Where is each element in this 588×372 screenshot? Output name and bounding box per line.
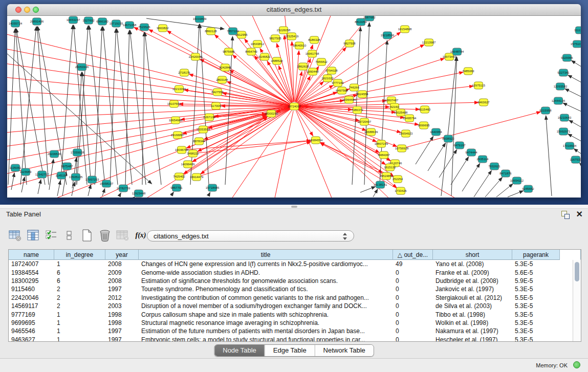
network-node[interactable]: 1640954 [430,128,442,136]
table-row[interactable]: 1938455462009Genome-wide association stu… [9,268,581,276]
network-node[interactable]: 746266 [349,84,360,91]
network-node[interactable]: 9227341 [557,69,570,76]
network-window-titlebar[interactable]: citations_edges.txt [7,4,581,16]
rows-icon[interactable] [62,229,76,242]
network-node[interactable]: 9975487 [61,163,73,170]
network-node[interactable]: 9663822 [157,25,169,32]
network-node[interactable]: 7955812 [315,58,328,65]
zoom-window-icon[interactable] [33,7,39,13]
network-node[interactable]: 20891406 [30,18,44,25]
network-node[interactable]: 6479197 [453,142,466,149]
network-node[interactable]: 2803144 [216,76,228,83]
network-node[interactable]: 12213399 [172,85,186,93]
network-canvas[interactable]: 1872400796638228860128891295523226058982… [7,16,581,198]
network-node[interactable]: 9484067 [378,151,390,159]
network-node[interactable]: 1862615 [297,63,309,70]
new-file-icon[interactable] [80,229,94,242]
network-node[interactable]: 9857791 [170,184,183,191]
network-node[interactable]: 2718176 [178,69,190,76]
network-node[interactable]: 8860128 [205,28,217,35]
network-node[interactable]: 8186328 [308,36,320,43]
column-header-in_degree[interactable]: in_degree [54,250,105,260]
table-mode-icon[interactable] [8,229,23,242]
network-node[interactable]: 10653247 [67,16,80,24]
network-node[interactable]: 6497568 [336,87,348,94]
table-row[interactable]: 977716911998Corpus callosum shape and si… [9,310,581,318]
network-node[interactable]: 8427552 [211,89,224,96]
network-node[interactable]: 9242848 [219,64,231,71]
network-node[interactable]: 6794028 [325,67,338,74]
network-node[interactable]: 7632621 [488,163,500,170]
network-node[interactable]: 1111304 [574,27,581,34]
network-node[interactable]: 12923448 [132,190,146,197]
network-node[interactable]: 252254 [393,176,403,183]
network-node[interactable]: 16543812 [251,40,265,48]
table-row[interactable]: 2242004622012Investigating the contribut… [9,294,581,302]
network-node[interactable]: 20206536 [48,150,61,158]
network-node[interactable]: 8454749 [245,48,257,55]
network-node[interactable]: 1990448 [307,68,319,75]
network-node[interactable]: 16720407 [358,118,372,125]
scrollbar-thumb[interactable] [575,262,579,281]
memory-status-icon[interactable] [573,361,580,368]
network-node[interactable]: 7425402 [173,173,185,180]
network-node[interactable]: 1615132 [384,164,396,171]
network-node[interactable]: 8471876 [499,170,512,177]
network-node[interactable]: 17016504 [563,142,577,149]
network-node[interactable]: 9146821 [258,53,271,60]
table-row[interactable]: 1456911722003Disruption of a novel membe… [9,302,581,310]
network-node[interactable]: 15751074 [571,40,581,48]
table-row[interactable]: 911546021997Tourette syndrome. Phenomeno… [9,285,581,293]
checklist-icon[interactable] [44,229,58,242]
network-node[interactable]: 15718485 [206,184,220,191]
network-node[interactable]: 9777169 [332,79,344,86]
network-node[interactable]: 14055724 [9,20,23,27]
column-header-short[interactable]: short [433,250,512,260]
network-node[interactable]: 7485063 [462,68,474,75]
network-node[interactable]: 14138141 [374,181,387,188]
network-node[interactable]: 13505135 [69,173,83,181]
network-node[interactable]: 10807487 [385,97,399,104]
network-node[interactable]: 16210643 [558,114,572,121]
tab-node-table[interactable]: Node Table [214,345,265,356]
network-node[interactable]: 9474444 [465,149,477,156]
network-node[interactable]: 15654923 [399,130,413,137]
network-node[interactable]: 17359928 [71,149,84,156]
network-node[interactable]: 10154808 [398,26,412,33]
network-node[interactable]: 1733426 [395,187,407,194]
network-node[interactable]: 12975115 [472,82,486,89]
network-node[interactable]: 8215958 [539,107,552,114]
network-node[interactable]: 18640910 [293,42,307,49]
network-node[interactable]: 9827505 [269,35,281,42]
table-row[interactable]: 1872400712008Changes of HCN gene express… [9,260,581,268]
column-header-pagerank[interactable]: pagerank [512,250,560,260]
network-node[interactable]: 1527602 [82,17,95,24]
network-node[interactable]: 8878344 [193,138,205,145]
table-selector-dropdown[interactable]: citations_edges.txt [147,230,354,242]
tab-edge-table[interactable]: Edge Table [265,345,315,356]
network-node[interactable]: 10719155 [110,20,123,27]
network-node[interactable]: 18807249 [375,140,388,147]
table-scrollbar[interactable] [573,260,581,341]
network-node[interactable]: 2087682 [363,16,376,21]
network-node[interactable]: 2935114 [477,156,489,163]
network-node[interactable]: 6966160 [96,18,108,25]
network-node[interactable]: 16958107 [100,180,114,187]
network-node[interactable]: 9329966 [561,54,573,61]
network-node[interactable]: 9245652 [522,185,534,192]
network-node[interactable]: 16914479 [190,173,204,181]
table-row[interactable]: 946554611997Estimation of the future num… [9,327,581,335]
trash-icon[interactable] [98,229,112,242]
network-node[interactable]: 9875685 [223,48,235,55]
network-node[interactable]: 16782759 [117,185,130,192]
network-node[interactable]: 1588520 [271,57,283,64]
network-node[interactable]: 7515526 [138,24,150,31]
network-node[interactable]: 13353594 [197,126,210,133]
network-node[interactable]: 16961758 [306,50,319,57]
delete-table-icon[interactable] [116,229,130,242]
network-node[interactable]: 9463627 [477,99,490,106]
network-node[interactable]: 1621022 [321,75,334,82]
network-node[interactable]: 10654112 [510,177,524,184]
network-node[interactable]: 3498222 [187,150,199,157]
network-node[interactable]: 1145194 [56,172,68,179]
